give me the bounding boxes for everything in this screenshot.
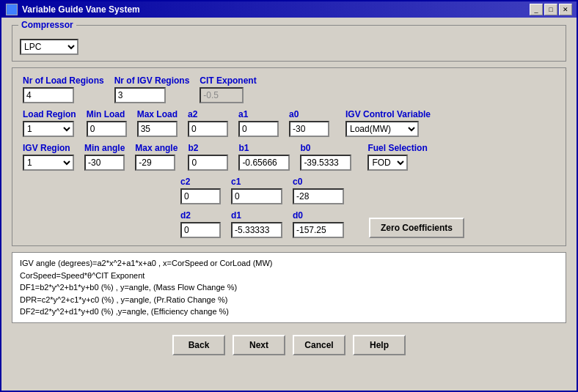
zero-coefficients-button[interactable]: Zero Coefficients xyxy=(369,218,464,238)
b1-input[interactable] xyxy=(238,155,290,171)
formula-line5: DF2=d2*y^2+d1*y+d0 (%) ,y=angle, (Effici… xyxy=(20,306,558,318)
a2-group: a2 xyxy=(188,109,228,137)
c1-group: c1 xyxy=(231,177,282,204)
d2-input[interactable] xyxy=(180,222,221,238)
min-angle-input[interactable] xyxy=(84,155,125,171)
min-load-input[interactable] xyxy=(87,121,127,137)
main-window: Variable Guide Vane System _ □ ✕ Compres… xyxy=(0,0,578,392)
a0-group: a0 xyxy=(289,109,329,137)
igv-control-group: IGV Control Variable Load(MW) CorSpeed xyxy=(345,109,431,137)
c2-label: c2 xyxy=(180,177,190,187)
max-load-label: Max Load xyxy=(137,109,178,119)
row-d: d2 d1 d0 Zero Coefficients xyxy=(180,210,555,238)
window-title: Variable Guide Vane System xyxy=(22,4,140,15)
cit-exponent-group: CIT Exponent xyxy=(200,75,256,103)
back-button[interactable]: Back xyxy=(172,335,225,355)
a2-input[interactable] xyxy=(188,121,228,137)
load-region-group: Load Region 1234 xyxy=(23,109,76,137)
fuel-selection-group: Fuel Selection FOD Gas Dual xyxy=(367,143,427,171)
a2-label: a2 xyxy=(188,109,197,119)
compressor-section: LPC HPC xyxy=(20,34,558,55)
row-load: Load Region 1234 Min Load Max Load a2 xyxy=(23,109,555,137)
b0-label: b0 xyxy=(300,143,310,153)
title-controls: _ □ ✕ xyxy=(530,4,572,15)
compressor-legend: Compressor xyxy=(18,20,76,30)
min-angle-group: Min angle xyxy=(84,143,125,171)
b1-group: b1 xyxy=(238,143,290,171)
nr-igv-regions-label: Nr of IGV Regions xyxy=(114,75,190,86)
max-load-input[interactable] xyxy=(137,121,178,137)
cit-exponent-input[interactable] xyxy=(200,87,244,103)
c1-label: c1 xyxy=(231,177,241,187)
content-area: Compressor LPC HPC Nr of Load Regions Nr… xyxy=(1,18,577,391)
d0-input[interactable] xyxy=(293,222,344,238)
formula-box: IGV angle (degrees)=a2*x^2+a1*x+a0 , x=C… xyxy=(12,252,566,323)
c2-group: c2 xyxy=(180,177,221,204)
min-load-group: Min Load xyxy=(87,109,127,137)
c0-group: c0 xyxy=(293,177,344,204)
b0-group: b0 xyxy=(300,143,351,171)
formula-line3: DF1=b2*y^2+b1*y+b0 (%) , y=angle, (Mass … xyxy=(20,281,558,294)
c1-input[interactable] xyxy=(231,188,282,204)
a0-input[interactable] xyxy=(289,121,329,137)
maximize-button[interactable]: □ xyxy=(544,4,557,15)
a1-input[interactable] xyxy=(238,121,279,137)
b2-input[interactable] xyxy=(188,155,228,171)
button-row: Back Next Cancel Help xyxy=(12,329,566,361)
b2-group: b2 xyxy=(188,143,228,171)
c2-input[interactable] xyxy=(180,188,221,204)
d0-group: d0 xyxy=(293,210,344,238)
a0-label: a0 xyxy=(289,109,299,119)
d1-label: d1 xyxy=(231,210,241,221)
b2-label: b2 xyxy=(188,143,198,153)
next-button[interactable]: Next xyxy=(233,335,285,355)
formula-line4: DPR=c2*y^2+c1*y+c0 (%) , y=angle, (Pr.Ra… xyxy=(20,294,558,306)
min-load-label: Min Load xyxy=(87,109,125,119)
load-region-label: Load Region xyxy=(23,109,76,119)
b0-input[interactable] xyxy=(300,155,351,171)
b1-label: b1 xyxy=(238,143,249,153)
max-load-group: Max Load xyxy=(137,109,178,137)
minimize-button[interactable]: _ xyxy=(530,4,543,15)
formula-line2: CorSpeed=Speed*θ^CIT Exponent xyxy=(20,270,558,282)
igv-region-label: IGV Region xyxy=(23,143,70,153)
d2-label: d2 xyxy=(180,210,191,221)
fuel-selection-label: Fuel Selection xyxy=(367,143,427,153)
max-angle-input[interactable] xyxy=(135,155,175,171)
load-region-select[interactable]: 1234 xyxy=(23,121,74,137)
close-button[interactable]: ✕ xyxy=(559,4,572,15)
d1-input[interactable] xyxy=(231,222,282,238)
igv-region-group: IGV Region 123 xyxy=(23,143,74,171)
c0-input[interactable] xyxy=(293,188,344,204)
compressor-group: Compressor LPC HPC xyxy=(12,25,566,62)
app-icon xyxy=(6,4,18,15)
a1-label: a1 xyxy=(238,109,248,119)
cit-exponent-label: CIT Exponent xyxy=(200,75,256,86)
a1-group: a1 xyxy=(238,109,279,137)
d0-label: d0 xyxy=(293,210,303,221)
row-regions: Nr of Load Regions Nr of IGV Regions CIT… xyxy=(23,75,555,103)
d1-group: d1 xyxy=(231,210,282,238)
title-bar: Variable Guide Vane System _ □ ✕ xyxy=(1,1,577,18)
fuel-selection-select[interactable]: FOD Gas Dual xyxy=(367,155,408,171)
main-params-section: Nr of Load Regions Nr of IGV Regions CIT… xyxy=(12,67,566,246)
nr-igv-regions-input[interactable] xyxy=(114,87,166,103)
c0-label: c0 xyxy=(293,177,302,187)
title-bar-left: Variable Guide Vane System xyxy=(6,4,140,15)
d2-group: d2 xyxy=(180,210,221,238)
cancel-button[interactable]: Cancel xyxy=(293,335,345,355)
formula-line1: IGV angle (degrees)=a2*x^2+a1*x+a0 , x=C… xyxy=(20,257,558,270)
igv-region-select[interactable]: 123 xyxy=(23,155,74,171)
help-button[interactable]: Help xyxy=(353,335,406,355)
row-c: c2 c1 c0 xyxy=(180,177,555,204)
min-angle-label: Min angle xyxy=(84,143,125,153)
nr-load-regions-input[interactable] xyxy=(23,87,74,103)
max-angle-group: Max angle xyxy=(135,143,178,171)
igv-control-label: IGV Control Variable xyxy=(345,109,431,119)
igv-control-select[interactable]: Load(MW) CorSpeed xyxy=(345,121,419,137)
nr-load-regions-group: Nr of Load Regions xyxy=(23,75,104,103)
nr-load-regions-label: Nr of Load Regions xyxy=(23,75,104,86)
compressor-select[interactable]: LPC HPC xyxy=(20,39,78,55)
max-angle-label: Max angle xyxy=(135,143,178,153)
row-igv: IGV Region 123 Min angle Max angle b2 xyxy=(23,143,555,171)
